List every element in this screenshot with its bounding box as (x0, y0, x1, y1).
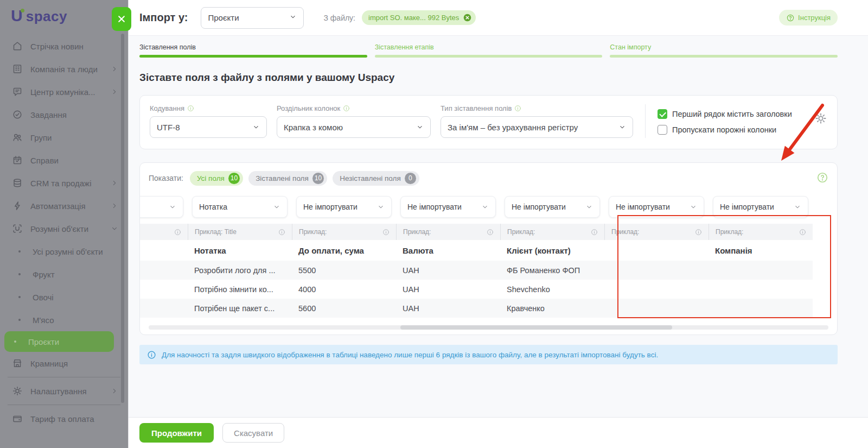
table-cell: Потрібен ще пакет с... (188, 304, 292, 313)
logo-dot (21, 9, 24, 12)
sidebar-item-label: Автоматизація (30, 201, 103, 211)
step-progress-bar (139, 55, 367, 58)
cancel-button[interactable]: Скасувати (222, 423, 284, 443)
sidebar-item-овочі[interactable]: Овочі (0, 286, 128, 308)
cases-icon (12, 155, 23, 166)
column-mapping-select[interactable]: зати (140, 196, 183, 218)
chip-label: Усі поля (197, 174, 225, 182)
sidebar-item-label: Стрічка новин (30, 42, 118, 51)
horizontal-scrollbar[interactable] (149, 325, 828, 330)
sidebar-item-label: Усі розумні об'єкти (33, 247, 118, 256)
chevron-right-icon (111, 65, 118, 73)
wizard-step-зіставлення-полів[interactable]: Зіставлення полів (139, 43, 367, 58)
sidebar-item-фрукт[interactable]: Фрукт (0, 263, 128, 286)
chevron-down-icon (794, 203, 801, 211)
column-mapping-select[interactable]: Не імпортувати (505, 196, 600, 218)
remove-file-icon[interactable] (463, 13, 472, 22)
scrollbar-thumb[interactable] (400, 325, 672, 330)
filter-chip-усі-поля[interactable]: Усі поля10 (190, 171, 243, 186)
info-banner: Для наочності та задля швидкого відображ… (139, 345, 838, 364)
question-icon (816, 172, 828, 184)
example-cell: Приклад: (396, 224, 500, 240)
sidebar-item-центр-комуніка-[interactable]: Центр комуніка... (0, 80, 128, 103)
sidebar-scrollbar[interactable] (121, 34, 124, 403)
bullet-icon (18, 250, 21, 253)
sidebar-item-м-ясо[interactable]: М'ясо (0, 308, 128, 331)
column-mapping-select[interactable]: Не імпортувати (609, 196, 704, 218)
column-mapping-select[interactable]: Нотатка (192, 196, 288, 218)
table-cell: UAH (396, 266, 500, 275)
chevron-right-icon (111, 387, 118, 395)
sidebar-item-компанія-та-люди[interactable]: Компанія та люди (0, 58, 128, 80)
page-title: Зіставте поля з файлу з полями у вашому … (139, 72, 838, 84)
tasks-icon (12, 109, 23, 120)
question-icon (786, 14, 795, 22)
sidebar-item-label: Справи (30, 156, 118, 165)
sidebar-item-label: Компанія та люди (30, 65, 103, 74)
chevron-right-icon (111, 88, 118, 96)
table-cell: w.figma.co... (140, 266, 188, 275)
smart-objects-icon (12, 223, 23, 234)
column-mapping-select[interactable]: Не імпортувати (400, 196, 496, 218)
chevron-down-icon (618, 123, 626, 131)
sidebar-item-налаштування[interactable]: Налаштування (0, 380, 128, 402)
close-icon (117, 15, 126, 23)
shop-icon (12, 358, 23, 369)
sidebar-item-проєкти[interactable]: Проєкти (4, 331, 114, 352)
sidebar-item-усі-розумні-об-єкти[interactable]: Усі розумні об'єкти (0, 240, 128, 263)
step-progress-bar (610, 55, 838, 58)
filter-chip-незіставлені-поля[interactable]: Незіставлені поля0 (333, 171, 419, 186)
chevron-down-icon (690, 203, 697, 211)
comms-icon (12, 86, 23, 97)
checkbox-checked-icon[interactable] (658, 109, 667, 119)
encoding-select[interactable]: UTF-8 (150, 116, 267, 138)
info-icon (487, 229, 494, 236)
table-row: w.figma.co...Потрібно зімнити ко...4000U… (140, 280, 813, 299)
checkbox-unchecked-icon[interactable] (658, 125, 667, 135)
table-cell: Кравченко (500, 304, 604, 313)
table-cell: Розробити лого для ... (188, 266, 292, 275)
wizard-step-зіставлення-етапів[interactable]: Зіставлення етапів (375, 43, 603, 58)
chevron-down-icon (169, 203, 176, 211)
sidebar-item-crm-та-продажі[interactable]: CRM та продажі (0, 172, 128, 194)
sidebar-item-групи[interactable]: Групи (0, 126, 128, 149)
match-type-select[interactable]: За ім'ям – без урахування регістру (441, 116, 633, 138)
help-button[interactable] (816, 172, 828, 185)
uspacy-logo[interactable]: U spacy (11, 7, 67, 25)
wizard-steps: Зіставлення полівЗіставлення етапівСтан … (139, 43, 838, 58)
chip-count-badge: 10 (312, 173, 324, 184)
sidebar-item-завдання[interactable]: Завдання (0, 103, 128, 126)
wizard-step-стан-імпорту[interactable]: Стан імпорту (610, 43, 838, 58)
delimiter-select[interactable]: Крапка з комою (277, 116, 431, 138)
sidebar-item-крамниця[interactable]: Крамниця (0, 352, 128, 375)
bullet-icon (18, 319, 21, 321)
example-cell: Приклад: Title (188, 224, 292, 240)
table-cell: 5500 (292, 266, 396, 275)
sidebar-item-справи[interactable]: Справи (0, 149, 128, 172)
bullet-icon (14, 340, 16, 343)
continue-button[interactable]: Продовжити (139, 423, 214, 443)
sidebar-item-label: М'ясо (33, 316, 118, 325)
column-mapping-select[interactable]: Не імпортувати (713, 196, 808, 218)
checkbox-skip-empty-columns[interactable]: Пропускати порожні колонки (658, 125, 792, 135)
column-mapping-select[interactable]: Не імпортувати (296, 196, 392, 218)
sidebar-item-label: Розумні об'єкти (30, 224, 103, 234)
close-sidebar-button[interactable] (112, 7, 131, 31)
sidebar-item-тариф-та-оплата[interactable]: Тариф та оплата (0, 407, 128, 430)
chevron-down-icon (585, 203, 593, 211)
sidebar-item-автоматизація[interactable]: Автоматизація (0, 194, 128, 217)
sidebar-item-розумні-об-єкти[interactable]: Розумні об'єкти (0, 217, 128, 240)
table-cell: w.figma.co... (140, 285, 188, 294)
checkbox-first-row-headers[interactable]: Перший рядок містить заголовки (658, 109, 792, 119)
column-header: я (140, 246, 188, 255)
field-mapping-panel: Показати: Усі поля10Зіставлені поля10Нез… (139, 162, 838, 335)
filter-chip-зіставлені-поля[interactable]: Зіставлені поля10 (248, 171, 327, 186)
table-row: w.figma.co...Розробити лого для ...5500U… (140, 261, 813, 280)
settings-gear-button[interactable] (814, 112, 827, 127)
instruction-button[interactable]: Інструкція (779, 10, 838, 26)
sidebar-item-стрічка-новин[interactable]: Стрічка новин (0, 35, 128, 58)
sidebar-item-label: Проєкти (28, 337, 104, 346)
import-target-select[interactable]: Проєкти (201, 7, 304, 29)
chevron-right-icon (111, 202, 118, 210)
match-type-label: Тип зіставлення полів (441, 104, 512, 112)
